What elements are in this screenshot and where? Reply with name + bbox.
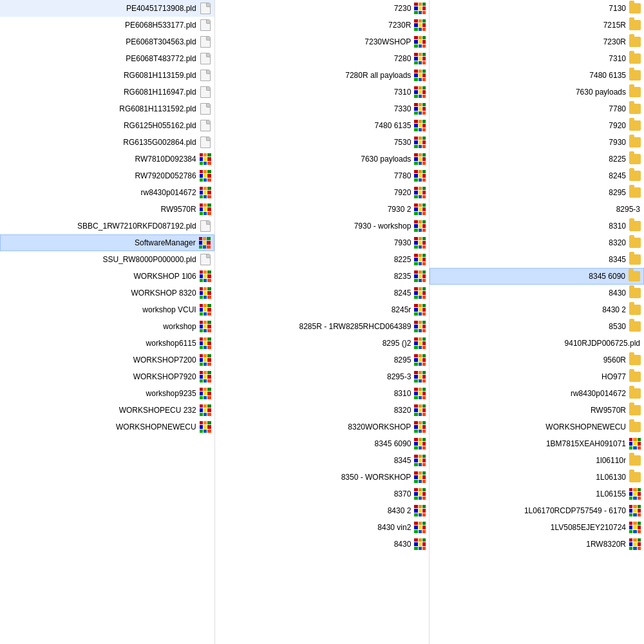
list-item[interactable]: HO977: [430, 368, 644, 385]
list-item[interactable]: 7930: [430, 134, 644, 151]
list-item[interactable]: 7480 6135: [430, 67, 644, 84]
list-item[interactable]: 1LV5085EJEY210724: [430, 519, 644, 536]
list-item[interactable]: PE6068T304563.pld: [0, 33, 214, 50]
list-item[interactable]: 8295: [430, 184, 644, 201]
list-item[interactable]: 9560R: [430, 352, 644, 368]
list-item[interactable]: workshop6115: [0, 335, 214, 352]
list-item[interactable]: 8345: [430, 251, 644, 268]
list-item[interactable]: RG6081H116947.pld: [0, 84, 214, 100]
folder-icon: [629, 455, 641, 466]
list-item[interactable]: 1l06110r: [430, 452, 644, 469]
list-item[interactable]: 1L06155: [430, 486, 644, 502]
list-item[interactable]: 7280R all payloads: [215, 67, 430, 84]
list-item[interactable]: 7920: [215, 184, 430, 201]
list-item[interactable]: SSU_RW8000P000000.pld: [0, 251, 214, 268]
list-item[interactable]: 8225: [215, 251, 430, 268]
list-item[interactable]: WORKSHOPNEWECU: [0, 419, 214, 435]
list-item[interactable]: 7330: [215, 100, 430, 117]
list-item[interactable]: RW9570R: [430, 402, 644, 419]
list-item[interactable]: 8295-3: [215, 368, 430, 385]
list-item[interactable]: 8225: [430, 151, 644, 167]
list-item[interactable]: 9410RJDP006725.pld: [430, 335, 644, 352]
list-item[interactable]: 1L06130: [430, 469, 644, 486]
list-item[interactable]: RG6081H113159.pld: [0, 67, 214, 84]
list-item[interactable]: 7780: [215, 167, 430, 184]
list-item[interactable]: rw8430p014672: [430, 385, 644, 402]
list-item[interactable]: 8430 2: [430, 301, 644, 318]
list-item[interactable]: 7630 payloads: [215, 151, 430, 167]
list-item[interactable]: 8310: [430, 218, 644, 234]
list-item[interactable]: 8245: [430, 167, 644, 184]
list-item[interactable]: 8310: [215, 385, 430, 402]
list-item[interactable]: 7230R: [430, 33, 644, 50]
file-icon: [200, 86, 211, 98]
list-item[interactable]: 8345 6090: [430, 268, 644, 285]
list-item[interactable]: 7310: [430, 50, 644, 67]
list-item[interactable]: 7530: [215, 134, 430, 151]
list-item[interactable]: WORKSHOP 8320: [0, 285, 214, 301]
folder-icon: [629, 305, 641, 315]
list-item[interactable]: WORKSHOPNEWECU: [430, 419, 644, 435]
list-item[interactable]: RW9570R: [0, 201, 214, 218]
list-item[interactable]: 8320: [430, 234, 644, 251]
folder-icon: [629, 53, 641, 64]
list-item[interactable]: 7920: [430, 117, 644, 134]
list-item[interactable]: PE6068T483772.pld: [0, 50, 214, 67]
list-item[interactable]: 1L06170RCDP757549 - 6170: [430, 502, 644, 519]
list-item[interactable]: 8530: [430, 318, 644, 335]
list-item[interactable]: workshop: [0, 318, 214, 335]
list-item[interactable]: WORKSHOP7200: [0, 352, 214, 368]
list-item[interactable]: 8245: [215, 285, 430, 301]
list-item[interactable]: 8345 6090: [215, 435, 430, 452]
list-item[interactable]: workshop VCUI: [0, 301, 214, 318]
grid-icon: [414, 538, 426, 550]
list-item[interactable]: 8350 - WORSKHOP: [215, 469, 430, 486]
grid-icon: [414, 103, 426, 115]
list-item[interactable]: WORKSHOP7920: [0, 368, 214, 385]
list-item[interactable]: WORKSHOPECU 232: [0, 402, 214, 419]
list-item[interactable]: 7630 payloads: [430, 84, 644, 100]
item-label: PE6068H533177.pld: [3, 21, 198, 30]
list-item[interactable]: 8320WORKSHOP: [215, 419, 430, 435]
list-item[interactable]: 8430 vin2: [215, 519, 430, 536]
list-item[interactable]: 8370: [215, 486, 430, 502]
list-item[interactable]: 1RW8320R: [430, 536, 644, 553]
list-item[interactable]: RG6125H055162.pld: [0, 117, 214, 134]
list-item[interactable]: SoftwareManager: [0, 234, 214, 251]
list-item[interactable]: SBBC_1RW7210RKFD087192.pld: [0, 218, 214, 234]
list-item[interactable]: 8285R - 1RW8285RHCD064389: [215, 318, 430, 335]
list-item[interactable]: 8430: [430, 285, 644, 301]
list-item[interactable]: workshop9235: [0, 385, 214, 402]
list-item[interactable]: PE6068H533177.pld: [0, 17, 214, 33]
list-item[interactable]: PE40451713908.pld: [0, 0, 214, 17]
grid-icon: [414, 354, 426, 366]
list-item[interactable]: RG6081H1131592.pld: [0, 100, 214, 117]
list-item[interactable]: RW7920D052786: [0, 167, 214, 184]
list-item[interactable]: 8245r: [215, 301, 430, 318]
list-item[interactable]: 7780: [430, 100, 644, 117]
list-item[interactable]: 7230R: [215, 17, 430, 33]
list-item[interactable]: 7930 - workshop: [215, 218, 430, 234]
list-item[interactable]: 8295-3: [430, 201, 644, 218]
list-item[interactable]: 8320: [215, 402, 430, 419]
list-item[interactable]: rw8430p014672: [0, 184, 214, 201]
list-item[interactable]: 7310: [215, 84, 430, 100]
list-item[interactable]: 7930 2: [215, 201, 430, 218]
list-item[interactable]: 7930: [215, 234, 430, 251]
list-item[interactable]: 7480 6135: [215, 117, 430, 134]
list-item[interactable]: 8345: [215, 452, 430, 469]
list-item[interactable]: RG6135G002864.pld: [0, 134, 214, 151]
list-item[interactable]: 7215R: [430, 17, 644, 33]
list-item[interactable]: 8235: [215, 268, 430, 285]
list-item[interactable]: 8430 2: [215, 502, 430, 519]
list-item[interactable]: 8430: [215, 536, 430, 553]
list-item[interactable]: 7280: [215, 50, 430, 67]
list-item[interactable]: 7230WSHOP: [215, 33, 430, 50]
list-item[interactable]: RW7810D092384: [0, 151, 214, 167]
list-item[interactable]: 7130: [430, 0, 644, 17]
list-item[interactable]: 8295: [215, 352, 430, 368]
list-item[interactable]: WORKSHOP 1l06: [0, 268, 214, 285]
list-item[interactable]: 8295 ()2: [215, 335, 430, 352]
list-item[interactable]: 7230: [215, 0, 430, 17]
list-item[interactable]: 1BM7815XEAH091071: [430, 435, 644, 452]
